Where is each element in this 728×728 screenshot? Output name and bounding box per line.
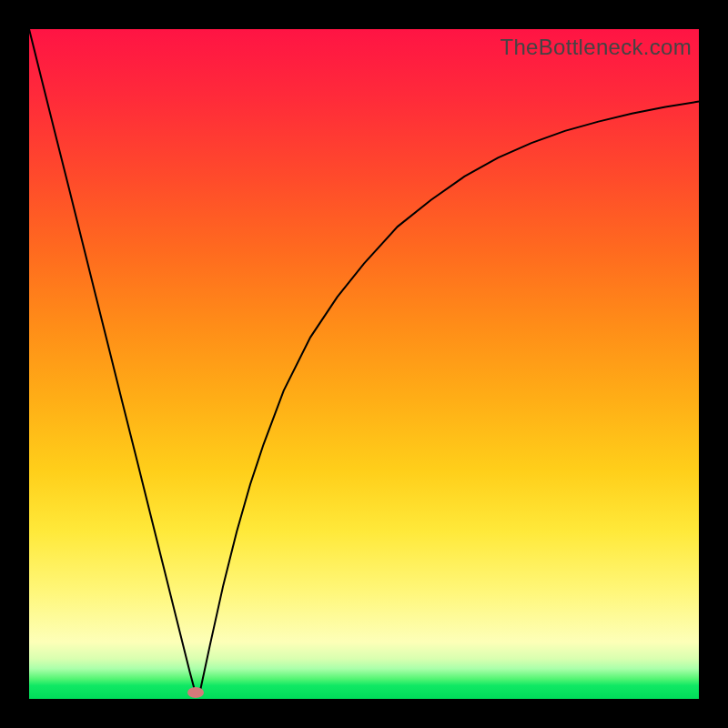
bottleneck-curve xyxy=(29,29,699,693)
minimum-marker xyxy=(187,687,204,698)
chart-frame: TheBottleneck.com xyxy=(0,0,728,728)
plot-area: TheBottleneck.com xyxy=(29,29,699,699)
curve-layer xyxy=(29,29,699,699)
